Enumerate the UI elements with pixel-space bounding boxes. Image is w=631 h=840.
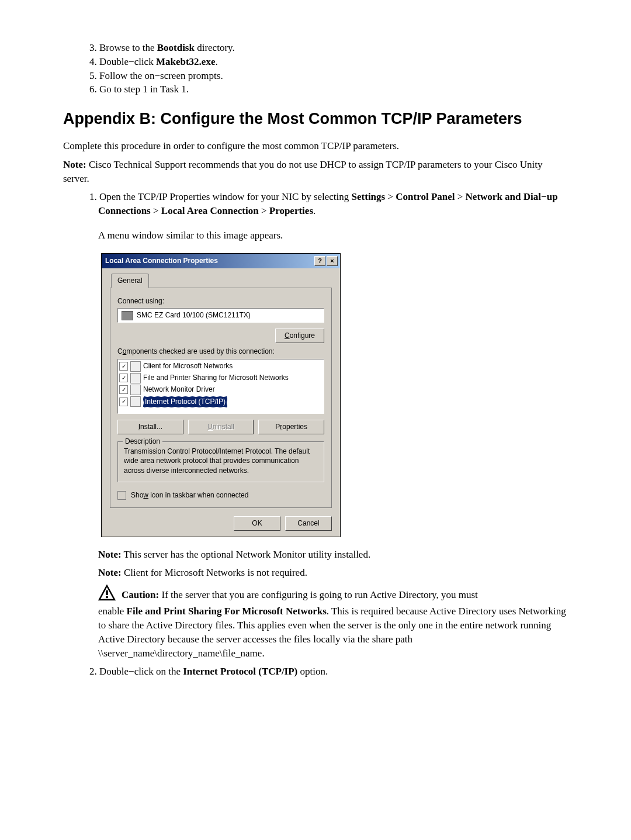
component-item-2[interactable]: ✓ Network Monitor Driver xyxy=(119,384,323,396)
nic-icon xyxy=(122,311,133,320)
step-5: Follow the on−screen prompts. xyxy=(98,69,568,83)
description-text: Transmission Control Protocol/Internet P… xyxy=(124,447,318,476)
intro-paragraph: Complete this procedure in order to conf… xyxy=(63,139,568,153)
caution-icon xyxy=(98,585,116,602)
close-button[interactable]: × xyxy=(327,256,338,266)
help-button[interactable]: ? xyxy=(314,256,325,266)
connect-using-label: Connect using: xyxy=(117,296,324,306)
note-1: Note: Cisco Technical Support recommends… xyxy=(63,158,568,186)
ok-button[interactable]: OK xyxy=(234,516,280,531)
description-title: Description xyxy=(123,437,162,447)
component-item-0[interactable]: ✓ Client for Microsoft Networks xyxy=(119,361,323,372)
configure-button[interactable]: Configure xyxy=(275,329,324,343)
cancel-button[interactable]: Cancel xyxy=(285,516,332,531)
adapter-field: SMC EZ Card 10/100 (SMC1211TX) xyxy=(117,308,324,323)
note-2: Note: This server has the optional Netwo… xyxy=(98,548,568,562)
procedure-step-2: Double−click on the Internet Protocol (T… xyxy=(98,665,568,679)
tab-panel: Connect using: SMC EZ Card 10/100 (SMC12… xyxy=(110,288,332,508)
steps-list-cont: Browse to the Bootdisk directory. Double… xyxy=(63,41,568,96)
install-button[interactable]: Install... xyxy=(117,420,183,434)
svg-rect-2 xyxy=(106,596,108,598)
checkbox-icon[interactable]: ✓ xyxy=(119,397,128,406)
component-label: File and Printer Sharing for Microsoft N… xyxy=(143,373,289,383)
show-icon-label: Show icon in taskbar when connected xyxy=(131,490,248,500)
components-label: Components checked are used by this conn… xyxy=(117,347,324,357)
step-4: Double−click Makebt32.exe. xyxy=(98,55,568,69)
service-icon xyxy=(130,373,141,383)
properties-dialog: Local Area Connection Properties ? × Gen… xyxy=(101,253,341,537)
show-icon-checkbox[interactable] xyxy=(117,491,126,500)
uninstall-button: Uninstall xyxy=(188,420,254,434)
component-label: Network Monitor Driver xyxy=(143,385,215,395)
component-item-3[interactable]: ✓ Internet Protocol (TCP/IP) xyxy=(119,396,323,408)
tab-general[interactable]: General xyxy=(111,274,149,288)
protocol-icon xyxy=(130,396,141,407)
step-6: Go to step 1 in Task 1. xyxy=(98,82,568,96)
checkbox-icon[interactable]: ✓ xyxy=(119,362,128,371)
step-1-note: A menu window similar to this image appe… xyxy=(98,229,568,243)
description-group: Description Transmission Control Protoco… xyxy=(117,441,324,482)
component-item-1[interactable]: ✓ File and Printer Sharing for Microsoft… xyxy=(119,372,323,384)
properties-button[interactable]: Properties xyxy=(258,420,324,434)
procedure-steps: Open the TCP/IP Properties window for yo… xyxy=(63,190,568,218)
step-3: Browse to the Bootdisk directory. xyxy=(98,41,568,55)
show-icon-row[interactable]: Show icon in taskbar when connected xyxy=(117,490,324,500)
protocol-icon xyxy=(130,385,141,395)
dialog-titlebar[interactable]: Local Area Connection Properties ? × xyxy=(102,254,340,268)
component-label-selected: Internet Protocol (TCP/IP) xyxy=(143,396,227,407)
client-icon xyxy=(130,361,141,372)
svg-rect-1 xyxy=(106,590,108,595)
caution-rest: enable File and Print Sharing For Micros… xyxy=(98,604,568,660)
component-label: Client for Microsoft Networks xyxy=(143,361,233,371)
checkbox-icon[interactable]: ✓ xyxy=(119,385,128,394)
adapter-name: SMC EZ Card 10/100 (SMC1211TX) xyxy=(137,310,251,320)
components-list[interactable]: ✓ Client for Microsoft Networks ✓ File a… xyxy=(117,359,324,414)
dialog-title: Local Area Connection Properties xyxy=(105,256,218,266)
procedure-step-1: Open the TCP/IP Properties window for yo… xyxy=(98,190,568,218)
procedure-step-2-list: Double−click on the Internet Protocol (T… xyxy=(63,665,568,679)
caution-line-1: Caution: If the server that you are conf… xyxy=(98,585,568,602)
note-3: Note: Client for Microsoft Networks is n… xyxy=(98,566,568,580)
appendix-heading: Appendix B: Configure the Most Common TC… xyxy=(63,108,568,130)
checkbox-icon[interactable]: ✓ xyxy=(119,374,128,382)
